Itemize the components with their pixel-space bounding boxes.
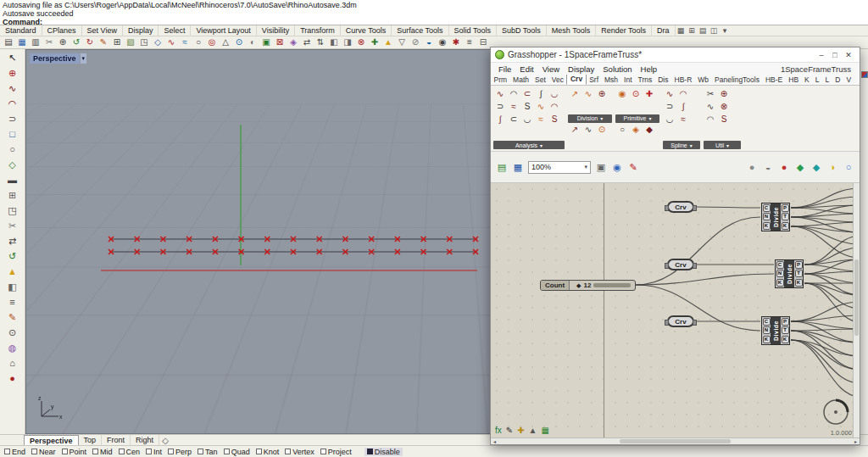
osnap-disable[interactable]: Disable [364,448,403,456]
trim-icon[interactable]: ✂ [3,219,22,232]
toolbar-tab-subd-tools[interactable]: SubD Tools [497,25,547,36]
divide-input-n[interactable]: N [763,213,771,220]
freeform-curve-icon[interactable]: ∿ [3,81,22,95]
point-icon[interactable]: ⊙ [233,37,245,48]
surface-icon[interactable]: ≈ [179,37,191,48]
layout-icon[interactable]: ⊞ [687,25,698,36]
cut-icon[interactable]: ✂ [43,37,55,48]
shelf-group-label-analysis[interactable]: Analysis▾ [493,141,565,149]
divide-input-k[interactable]: K [776,279,784,287]
viewport-title[interactable]: Perspective ▾ [30,53,86,64]
divide-output-p[interactable]: P [782,204,789,212]
canvas-horizontal-scrollbar[interactable]: ◂ ▸ [491,437,860,444]
scrollbar-thumb[interactable] [620,439,731,443]
shade-icon[interactable]: ◐ [247,37,259,48]
divide-input-c[interactable]: C [763,204,771,212]
gh-tab-srf[interactable]: Srf [587,75,602,85]
viewport-tab-perspective[interactable]: Perspective [24,435,79,445]
divide-output-t[interactable]: T [795,270,803,277]
divide-label[interactable]: Divide [784,260,794,287]
group-dropdown-icon[interactable]: ▾ [600,115,603,121]
record-icon[interactable]: ● [3,371,22,385]
compass-widget[interactable] [821,397,851,427]
split-view-icon[interactable]: ◫ [709,25,720,36]
component-icon[interactable]: ✂ [704,87,717,100]
menu-view[interactable]: View [538,64,564,74]
divide-component-3[interactable]: CNKDividePTK [761,316,790,345]
divide-component-1[interactable]: CNKDividePTK [761,203,790,231]
divide-input-k[interactable]: K [763,222,771,230]
group-dropdown-icon[interactable]: ▾ [726,142,729,148]
divide-input-c[interactable]: C [776,261,784,269]
component-icon[interactable]: ◉ [615,87,629,100]
grasshopper-titlebar[interactable]: Grasshopper - 1SpaceFrameTruss* –□✕ [491,47,860,63]
preview-off-icon[interactable]: ● [745,161,759,174]
more-icon[interactable]: ▾ [720,25,731,36]
component-icon[interactable]: ≈ [507,100,520,113]
display-mode-icon[interactable]: ◑ [826,161,839,174]
half-right-icon[interactable]: ◨ [342,37,353,48]
hatch-icon[interactable]: ▧ [125,37,136,48]
analyze-icon[interactable]: ◍ [3,341,22,354]
component-icon[interactable]: S [520,100,534,113]
half-left-icon[interactable]: ◧ [328,37,340,48]
component-icon[interactable]: ◠ [704,113,717,125]
snap-icon[interactable]: ⊞ [111,37,123,48]
scroll-left-icon[interactable]: ◂ [491,438,498,444]
array-icon[interactable]: ≡ [3,295,22,309]
component-icon[interactable]: ◡ [548,87,561,100]
print-icon[interactable]: ▥ [30,37,42,48]
scale-icon[interactable]: ▲ [3,265,22,278]
divide-input-c[interactable]: C [763,318,771,326]
component-icon[interactable]: ⊗ [717,100,731,113]
grasshopper-canvas[interactable]: CrvCrvCrvCNKDividePTKCNKDividePTKCNKDivi… [491,183,860,437]
viewport-tab-front[interactable]: Front [102,435,131,445]
box-icon[interactable]: ⊞ [3,188,22,202]
shelf-group-label-spline[interactable]: Spline▾ [663,141,700,149]
component-icon[interactable]: ⊙ [629,87,643,100]
osnap-icon[interactable]: ⊙ [3,326,22,339]
toolbar-tab-solid-tools[interactable]: Solid Tools [449,25,497,36]
osnap-checkbox-project[interactable] [320,449,326,454]
gh-tab-k[interactable]: K [802,75,813,85]
menu-file[interactable]: File [494,64,515,74]
annotate-icon[interactable]: ✎ [3,310,22,324]
undo-icon[interactable]: ↺ [70,37,82,48]
component-icon[interactable]: ↗ [568,123,581,136]
panel-tab-icon[interactable] [861,71,868,78]
home-icon[interactable]: ⌂ [3,356,22,370]
osnap-cen[interactable]: Cen [119,448,141,456]
osnap-project[interactable]: Project [320,448,352,456]
star-icon[interactable]: ✱ [450,37,462,48]
circle-tool-icon[interactable]: ○ [3,142,22,156]
mirror-icon[interactable]: ◧ [3,280,22,293]
gh-tab-math[interactable]: Math [510,75,532,85]
sort-icon[interactable]: ⇅ [314,37,326,48]
triangle-icon[interactable]: ▽ [396,37,408,48]
component-icon[interactable]: ◆ [643,123,656,136]
component-icon[interactable]: ≈ [676,113,690,125]
grid-icon[interactable]: ▦ [676,25,687,36]
osnap-checkbox-tan[interactable] [198,449,203,454]
osnap-checkbox-vertex[interactable] [285,449,291,454]
toolbar-tab-visibility[interactable]: Visibility [257,25,295,36]
new-file-icon[interactable]: ▤ [3,37,14,48]
toolbar-tab-mesh-tools[interactable]: Mesh Tools [547,25,596,36]
script-icon[interactable]: fx [495,426,502,435]
osnap-checkbox-end[interactable] [4,449,10,454]
osnap-knot[interactable]: Knot [256,448,280,456]
move-icon[interactable]: ⇄ [3,234,22,248]
component-icon[interactable]: ∿ [534,100,548,113]
gh-tab-prm[interactable]: Prm [491,75,510,85]
viewport-title-label[interactable]: Perspective [30,53,80,64]
gh-tab-dis[interactable]: Dis [655,75,671,85]
scroll-right-icon[interactable]: ▸ [852,438,860,444]
shelf-group-label-division[interactable]: Division▾ [568,114,612,123]
save-icon[interactable]: ▦ [16,37,28,48]
toolbar-tab-render-tools[interactable]: Render Tools [596,25,652,36]
gh-tab-int[interactable]: Int [621,75,635,85]
rectangle-icon[interactable]: □ [3,127,22,141]
component-icon[interactable]: ∿ [581,123,595,136]
curve-icon[interactable]: ∿ [165,37,177,48]
zoom-select[interactable]: 100% ▾ [528,161,591,174]
